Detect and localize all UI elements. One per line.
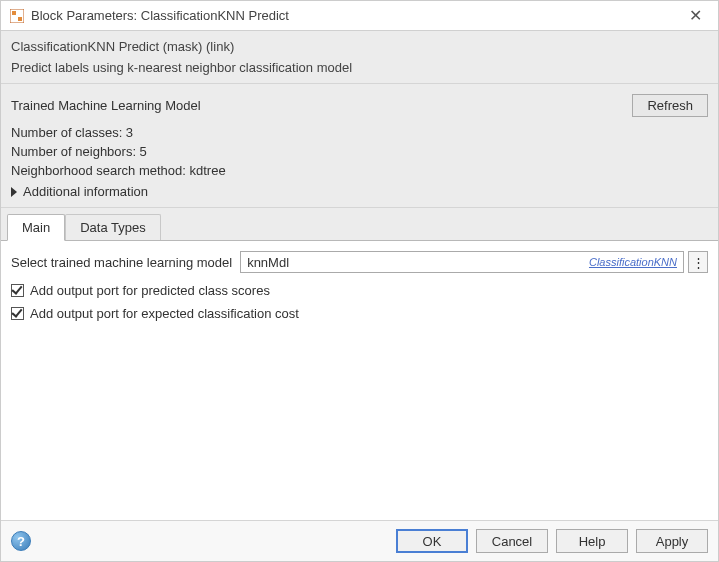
- checkbox-predicted-scores[interactable]: [11, 284, 24, 297]
- checkbox-classification-cost-row[interactable]: Add output port for expected classificat…: [11, 306, 708, 321]
- svg-rect-1: [12, 11, 16, 15]
- checkbox-predicted-scores-row[interactable]: Add output port for predicted class scor…: [11, 283, 708, 298]
- refresh-button[interactable]: Refresh: [632, 94, 708, 117]
- help-button[interactable]: Help: [556, 529, 628, 553]
- dialog-footer: ? OK Cancel Help Apply: [1, 520, 718, 561]
- svg-rect-2: [18, 17, 22, 21]
- search-method-label: Neighborhood search method: kdtree: [11, 163, 708, 178]
- help-icon[interactable]: ?: [11, 531, 31, 551]
- additional-information-toggle[interactable]: Additional information: [11, 184, 708, 199]
- additional-information-label: Additional information: [23, 184, 148, 199]
- num-neighbors-label: Number of neighbors: 5: [11, 144, 708, 159]
- triangle-right-icon: [11, 187, 17, 197]
- model-input-value: knnMdl: [247, 255, 589, 270]
- checkbox-predicted-scores-label: Add output port for predicted class scor…: [30, 283, 270, 298]
- select-model-label: Select trained machine learning model: [11, 255, 232, 270]
- description-section: ClassificationKNN Predict (mask) (link) …: [1, 31, 718, 84]
- description-summary: Predict labels using k-nearest neighbor …: [11, 60, 708, 75]
- tab-data-types[interactable]: Data Types: [65, 214, 161, 240]
- checkbox-classification-cost-label: Add output port for expected classificat…: [30, 306, 299, 321]
- ok-button[interactable]: OK: [396, 529, 468, 553]
- trained-model-section: Trained Machine Learning Model Refresh N…: [1, 84, 718, 208]
- close-icon[interactable]: ✕: [681, 4, 710, 27]
- num-classes-label: Number of classes: 3: [11, 125, 708, 140]
- app-icon: [9, 8, 25, 24]
- model-input[interactable]: knnMdl ClassificationKNN: [240, 251, 684, 273]
- apply-button[interactable]: Apply: [636, 529, 708, 553]
- checkbox-classification-cost[interactable]: [11, 307, 24, 320]
- tab-main[interactable]: Main: [7, 214, 65, 241]
- main-tab-panel: Select trained machine learning model kn…: [1, 241, 718, 520]
- model-type-link[interactable]: ClassificationKNN: [589, 256, 677, 268]
- cancel-button[interactable]: Cancel: [476, 529, 548, 553]
- titlebar: Block Parameters: ClassificationKNN Pred…: [1, 1, 718, 31]
- mask-link-line: ClassificationKNN Predict (mask) (link): [11, 39, 708, 54]
- model-browse-button[interactable]: ⋮: [688, 251, 708, 273]
- select-model-row: Select trained machine learning model kn…: [11, 251, 708, 273]
- trained-model-header: Trained Machine Learning Model: [11, 98, 632, 113]
- window-title: Block Parameters: ClassificationKNN Pred…: [31, 8, 681, 23]
- tab-bar: Main Data Types: [1, 208, 718, 241]
